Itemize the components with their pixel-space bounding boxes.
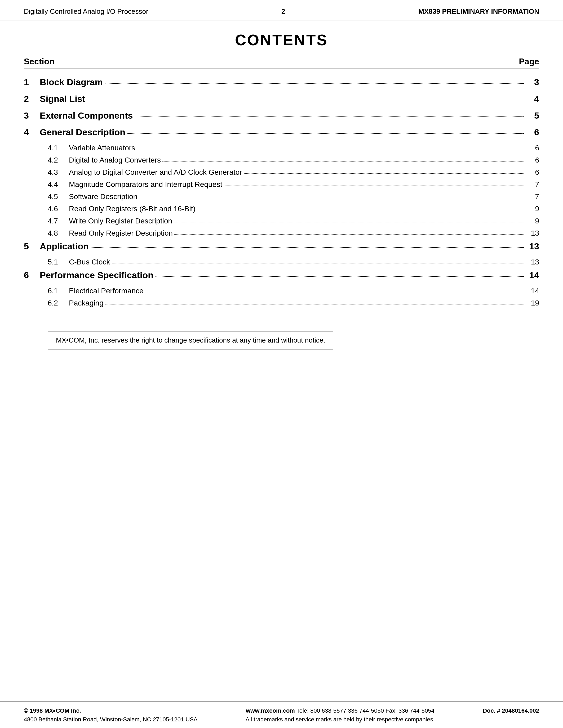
toc-sub-entry-4-2: 4.2 Digital to Analog Converters 6 [24,156,539,164]
toc-entry-6: 6 Performance Specification 14 [24,270,539,280]
toc-sub-page-4-8: 13 [526,229,539,237]
toc-sub-entry-4-1: 4.1 Variable Attenuators 6 [24,144,539,152]
toc-sub-title-4-6: Read Only Registers (8-Bit and 16-Bit) [69,205,195,213]
footer-doc-number: Doc. # 20480164.002 [483,706,539,715]
toc-sub-entry-4-6: 4.6 Read Only Registers (8-Bit and 16-Bi… [24,205,539,213]
toc-sub-number-4-2: 4.2 [48,156,69,164]
footer-center: www.mxcom.com Tele: 800 638-5577 336 744… [245,706,435,724]
section-column-header: Section [24,57,55,66]
toc-sub-title-6-1: Electrical Performance [69,287,144,295]
toc-sub-number-4-6: 4.6 [48,205,69,213]
toc-number-1: 1 [24,77,40,87]
page: Digitally Controlled Analog I/O Processo… [0,0,563,728]
toc-sub-entry-4-5: 4.5 Software Description 7 [24,192,539,201]
toc-dots-1 [105,83,524,84]
toc-title-2: Signal List [40,94,85,104]
toc-number-5: 5 [24,241,40,251]
toc-sub-page-6-2: 19 [526,299,539,307]
toc-sub-dots-4-6 [197,210,524,210]
page-footer: © 1998 MXCOM Inc. 4800 Bethania Station … [0,702,563,728]
toc-dots-2 [87,100,524,100]
toc-page-3: 5 [526,110,539,121]
toc-sub-number-4-1: 4.1 [48,144,69,152]
toc-sub-number-4-5: 4.5 [48,192,69,201]
toc-sub-title-4-1: Variable Attenuators [69,144,135,152]
toc-sub-title-4-4: Magnitude Comparators and Interrupt Requ… [69,180,222,189]
toc-entries: 1 Block Diagram 3 2 Signal List 4 3 Exte… [24,74,539,307]
toc-entry-4: 4 General Description 6 [24,127,539,137]
toc-sub-entry-4-4: 4.4 Magnitude Comparators and Interrupt … [24,180,539,189]
page-header: Digitally Controlled Analog I/O Processo… [0,0,563,20]
toc-page-2: 4 [526,94,539,104]
toc-sub-title-5-1: C-Bus Clock [69,258,110,266]
toc-sub-dots-6-1 [145,292,524,292]
toc-sub-number-4-3: 4.3 [48,168,69,177]
toc-entry-5: 5 Application 13 [24,241,539,251]
main-content: CONTENTS Section Page 1 Block Diagram 3 … [0,20,563,702]
toc-sub-page-4-6: 9 [526,205,539,213]
toc-sub-title-4-7: Write Only Register Description [69,217,172,225]
footer-copyright: © 1998 MXCOM Inc. [24,706,198,715]
toc-sub-title-6-2: Packaging [69,299,104,307]
toc-number-4: 4 [24,127,40,137]
toc-number-3: 3 [24,110,40,121]
toc-page-1: 3 [526,77,539,87]
page-title: CONTENTS [24,31,539,49]
toc-sub-number-5-1: 5.1 [48,258,69,266]
toc-sub-page-4-5: 7 [526,192,539,201]
toc-page-4: 6 [526,127,539,137]
footer-website: www.mxcom.com Tele: 800 638-5577 336 744… [245,706,435,715]
toc-dots-4 [127,133,524,134]
toc-dots-3 [135,116,524,117]
toc-header-row: Section Page [24,57,539,69]
toc-sub-entry-4-8: 4.8 Read Only Register Description 13 [24,229,539,237]
toc-sub-entry-6-1: 6.1 Electrical Performance 14 [24,287,539,295]
toc-sub-number-4-4: 4.4 [48,180,69,189]
footer-address: 4800 Bethania Station Road, Winston-Sale… [24,715,198,724]
header-right-text: MX839 PRELIMINARY INFORMATION [418,7,539,16]
toc-sub-dots-4-4 [224,186,524,186]
toc-sub-dots-4-8 [174,234,524,235]
toc-sub-title-4-8: Read Only Register Description [69,229,173,237]
toc-sub-dots-4-5 [139,198,524,198]
toc-sub-number-4-8: 4.8 [48,229,69,237]
toc-sub-page-6-1: 14 [526,287,539,295]
toc-sub-dots-4-7 [174,222,524,222]
header-left-text: Digitally Controlled Analog I/O Processo… [24,7,148,16]
toc-sub-dots-5-1 [112,263,524,263]
toc-dots-5 [91,247,524,248]
footer-trademark: All trademarks and service marks are hel… [245,715,435,724]
toc-sub-number-6-1: 6.1 [48,287,69,295]
toc-sub-number-6-2: 6.2 [48,299,69,307]
toc-title-4: General Description [40,127,125,137]
toc-sub-entry-4-7: 4.7 Write Only Register Description 9 [24,217,539,225]
toc-dots-6 [155,276,524,277]
toc-sub-page-4-4: 7 [526,180,539,189]
footer-right: Doc. # 20480164.002 [483,706,539,715]
toc-number-6: 6 [24,270,40,280]
notice-text: MX•COM, Inc. reserves the right to chang… [56,336,325,344]
toc-title-6: Performance Specification [40,270,153,280]
toc-title-1: Block Diagram [40,77,103,87]
toc-sub-page-4-1: 6 [526,144,539,152]
toc-number-2: 2 [24,94,40,104]
toc-sub-title-4-2: Digital to Analog Converters [69,156,161,164]
toc-sub-title-4-3: Analog to Digital Converter and A/D Cloc… [69,168,242,177]
toc-sub-page-4-3: 6 [526,168,539,177]
toc-sub-entry-6-2: 6.2 Packaging 19 [24,299,539,307]
toc-sub-page-4-7: 9 [526,217,539,225]
toc-page-6: 14 [526,270,539,280]
toc-entry-1: 1 Block Diagram 3 [24,77,539,87]
toc-sub-entry-4-3: 4.3 Analog to Digital Converter and A/D … [24,168,539,177]
notice-box: MX•COM, Inc. reserves the right to chang… [48,331,333,349]
toc-sub-dots-4-3 [244,173,524,174]
toc-title-3: External Components [40,110,133,121]
page-column-header: Page [519,57,539,66]
toc-sub-number-4-7: 4.7 [48,217,69,225]
footer-left: © 1998 MXCOM Inc. 4800 Bethania Station … [24,706,198,724]
toc-sub-title-4-5: Software Description [69,192,137,201]
toc-page-5: 13 [526,241,539,251]
toc-sub-page-4-2: 6 [526,156,539,164]
toc-entry-2: 2 Signal List 4 [24,94,539,104]
toc-sub-page-5-1: 13 [526,258,539,266]
